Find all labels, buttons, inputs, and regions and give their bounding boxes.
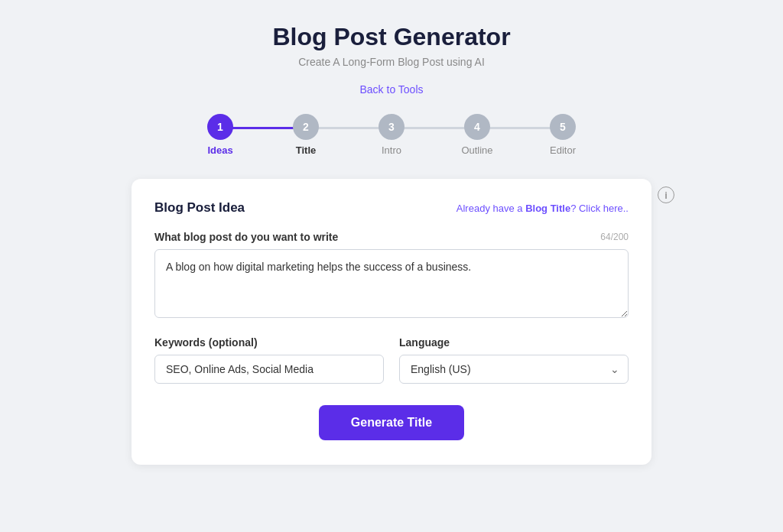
- back-to-tools-link[interactable]: Back to Tools: [359, 83, 423, 96]
- step-outline: 4 Outline: [434, 114, 520, 156]
- card-action-link: Already have a Blog Title? Click here..: [456, 203, 629, 214]
- page-container: Blog Post Generator Create A Long-Form B…: [132, 23, 651, 465]
- step-ideas: 1 Ideas: [177, 114, 263, 156]
- language-select[interactable]: English (US) Spanish French German Portu…: [399, 355, 629, 384]
- language-label: Language: [399, 336, 629, 349]
- keywords-field-group: Keywords (optional): [154, 336, 384, 384]
- info-icon[interactable]: i: [658, 187, 674, 203]
- page-title: Blog Post Generator: [272, 23, 510, 51]
- stepper: 1 Ideas 2 Title 3 Intro 4 O: [177, 114, 606, 156]
- idea-textarea[interactable]: [154, 249, 629, 318]
- keywords-input[interactable]: [154, 355, 384, 384]
- step-label-editor: Editor: [550, 144, 576, 156]
- idea-field-label: What blog post do you want to write 64/2…: [154, 231, 629, 243]
- idea-counter: 64/200: [600, 232, 629, 242]
- language-select-wrapper: English (US) Spanish French German Portu…: [399, 355, 629, 384]
- step-circle-2: 2: [293, 114, 319, 140]
- card-header: Blog Post Idea Already have a Blog Title…: [154, 200, 629, 216]
- step-circle-1: 1: [207, 114, 233, 140]
- step-editor: 5 Editor: [520, 114, 606, 156]
- card-title: Blog Post Idea: [154, 200, 245, 216]
- step-label-intro: Intro: [382, 144, 401, 156]
- language-field-group: Language English (US) Spanish French Ger…: [399, 336, 629, 384]
- keywords-label: Keywords (optional): [154, 336, 384, 349]
- step-circle-3: 3: [379, 114, 404, 140]
- step-label-ideas: Ideas: [207, 144, 232, 156]
- generate-title-button[interactable]: Generate Title: [319, 405, 464, 440]
- step-circle-4: 4: [464, 114, 490, 140]
- step-intro: 3 Intro: [349, 114, 434, 156]
- page-subtitle: Create A Long-Form Blog Post using AI: [298, 56, 485, 68]
- step-circle-5: 5: [550, 114, 576, 140]
- idea-field-group: What blog post do you want to write 64/2…: [154, 231, 629, 321]
- step-label-title: Title: [296, 144, 317, 156]
- blog-post-card: i Blog Post Idea Already have a Blog Tit…: [132, 179, 651, 465]
- step-label-outline: Outline: [461, 144, 492, 156]
- two-col-fields: Keywords (optional) Language English (US…: [154, 336, 629, 384]
- step-title: 2 Title: [263, 114, 349, 156]
